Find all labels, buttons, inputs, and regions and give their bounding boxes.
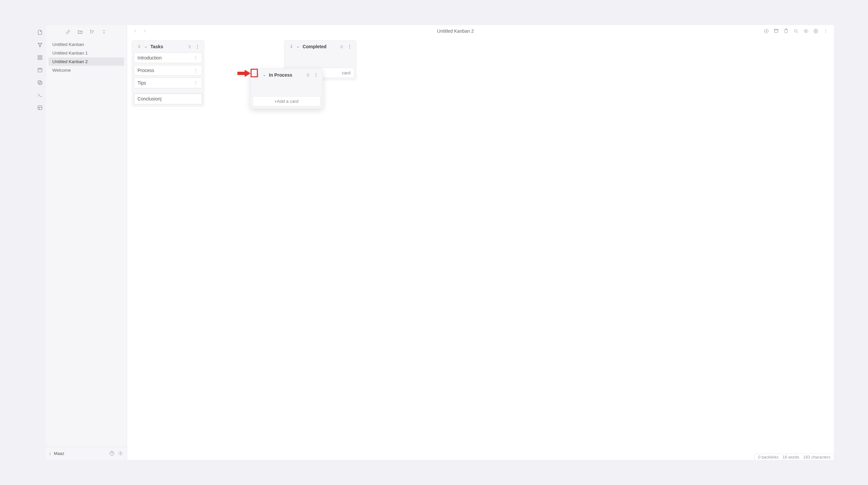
calendar-icon[interactable] [37,67,43,73]
status-characters: 183 characters [803,455,831,460]
column-more-icon[interactable] [347,44,352,49]
collapse-icon[interactable] [296,44,301,49]
sidebar-item-welcome[interactable]: Welcome [49,66,124,74]
column-more-icon[interactable] [195,44,200,49]
sidebar-footer: Maaz [46,447,127,460]
header-actions [763,28,829,34]
page-title: Untitled Kanban 2 [437,28,474,34]
status-backlinks: 0 backlinks [758,455,778,460]
column-title: In Process [269,73,292,78]
archive-icon[interactable] [773,28,779,34]
page-list: Untitled Kanban Untitled Kanban 1 Untitl… [46,38,127,446]
add-icon[interactable] [763,28,769,34]
clipboard-icon[interactable] [783,28,789,34]
svg-rect-10 [38,106,42,110]
column-count: 3 [188,44,192,49]
app-shell: Untitled Kanban Untitled Kanban 1 Untitl… [34,25,834,460]
help-icon[interactable] [109,450,115,456]
column-in-process-dragging[interactable]: In Process 0 +Add a card [250,69,323,109]
annotation-arrow-icon [238,69,251,78]
column-tasks: Tasks 3 Introduction Process Tips [132,40,205,106]
column-title: Completed [303,44,327,49]
new-card-input[interactable]: Conclusion [134,93,202,104]
card-more-icon[interactable] [193,80,198,86]
add-card-button[interactable]: +Add a card [253,96,320,106]
column-count: 0 [307,73,311,78]
svg-point-13 [120,453,121,454]
card-more-icon[interactable] [193,55,198,60]
icon-rail [34,25,46,460]
nav-back-icon[interactable] [132,28,138,34]
svg-point-19 [815,30,816,32]
card-introduction[interactable]: Introduction [134,53,202,63]
gear-icon[interactable] [813,28,819,34]
grid-icon[interactable] [37,54,43,61]
card-more-icon[interactable] [193,68,198,73]
svg-rect-3 [38,56,40,57]
layout-icon[interactable] [37,105,43,111]
svg-rect-7 [38,68,42,72]
file-icon[interactable] [37,29,43,36]
new-folder-icon[interactable] [77,29,83,35]
drag-handle-icon[interactable] [288,44,293,49]
sort-icon[interactable] [89,29,95,35]
column-title: Tasks [151,44,163,49]
collapse-icon[interactable] [143,44,149,49]
svg-point-17 [795,30,797,32]
drag-handle-icon[interactable] [254,73,260,78]
user-expand-icon[interactable] [49,451,52,456]
main-header: Untitled Kanban 2 [127,25,834,37]
svg-rect-8 [39,82,42,85]
settings-icon[interactable] [118,450,123,456]
column-header-completed: Completed 0 [286,42,354,51]
svg-point-2 [39,46,40,47]
collapse-icon[interactable] [262,73,267,78]
svg-marker-20 [238,70,251,77]
user-name: Maaz [54,451,64,456]
svg-rect-4 [40,56,42,57]
sidebar: Untitled Kanban Untitled Kanban 1 Untitl… [46,25,127,460]
svg-rect-5 [38,58,40,60]
card-tips[interactable]: Tips [134,78,202,88]
svg-point-12 [112,454,112,455]
graph-icon[interactable] [37,41,43,48]
card-title: Introduction [138,55,162,60]
collapse-expand-icon[interactable] [101,29,107,35]
card-title: Process [138,68,155,73]
add-card-fragment: card [342,70,350,75]
svg-point-18 [805,30,807,32]
column-header-in-process: In Process 0 [253,71,320,79]
column-header-tasks: Tasks 3 [134,42,202,51]
sidebar-item-untitled-kanban[interactable]: Untitled Kanban [49,40,124,49]
drag-handle-icon[interactable] [136,44,141,49]
view-icon[interactable] [803,28,809,34]
terminal-icon[interactable] [37,92,43,98]
status-words: 18 words [782,455,799,460]
compose-icon[interactable] [65,29,71,35]
more-icon[interactable] [823,28,829,34]
sidebar-item-untitled-kanban-2[interactable]: Untitled Kanban 2 [49,57,124,66]
column-more-icon[interactable] [313,73,319,78]
kanban-board: Tasks 3 Introduction Process Tips [127,37,834,460]
new-card-text: Conclusion [138,96,160,102]
column-count: 0 [340,44,345,49]
svg-rect-6 [40,58,42,60]
nav-forward-icon[interactable] [142,28,148,34]
copy-icon[interactable] [37,79,43,86]
card-process[interactable]: Process [134,65,202,76]
card-title: Tips [138,80,146,86]
sidebar-item-untitled-kanban-1[interactable]: Untitled Kanban 1 [49,49,124,57]
main-area: Untitled Kanban 2 Tasks 3 [127,25,834,460]
sidebar-toolbar [46,25,127,38]
search-icon[interactable] [793,28,799,34]
status-bar: 0 backlinks 18 words 183 characters [754,454,834,460]
svg-rect-9 [38,81,41,84]
